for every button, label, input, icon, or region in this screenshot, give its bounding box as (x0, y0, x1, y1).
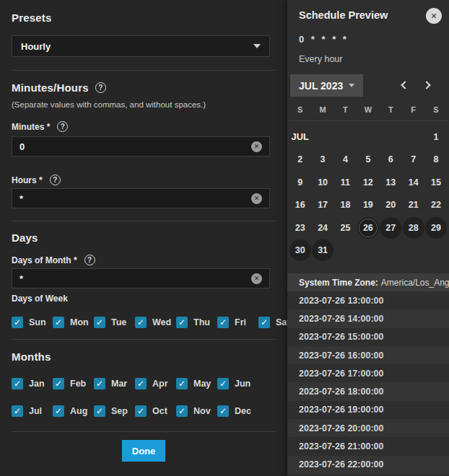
system-timezone-row: System Time Zone: America/Los_Angeles (287, 273, 449, 291)
calendar-date: 24 (312, 217, 334, 239)
month-checkbox-label: Aug (70, 406, 87, 416)
month-checkbox-dec[interactable]: ✓Dec (217, 405, 258, 417)
weekday-checkbox-label: Mon (70, 317, 89, 327)
weekday-checkbox-sat[interactable]: ✓Sat (258, 317, 287, 328)
weekday-checkbox-row: ✓Sun✓Mon✓Tue✓Wed✓Thu✓Fri✓Sat (12, 317, 276, 328)
calendar-day-header: T (380, 105, 402, 114)
calendar-date: 18 (334, 194, 356, 216)
help-icon[interactable]: ? (57, 121, 68, 132)
calendar-date-cell: 28 (402, 217, 424, 239)
calendar-date-cell: 11 (334, 172, 357, 193)
month-checkbox-may[interactable]: ✓May (176, 378, 217, 389)
month-checkbox-label: Jul (29, 406, 42, 416)
calendar-date-cell: 10 (311, 172, 334, 193)
scheduled-time-row: 2023-07-26 20:00:00 (287, 419, 449, 437)
clear-icon[interactable]: ✕ (251, 141, 262, 152)
minutes-label: Minutes * (12, 122, 50, 132)
month-checkbox-sep[interactable]: ✓Sep (94, 405, 135, 417)
checkbox-checked-icon: ✓ (217, 378, 229, 389)
minutes-hours-heading: Minutes/Hours (12, 81, 89, 94)
checkbox-checked-icon: ✓ (176, 317, 188, 328)
month-selector-button[interactable]: JUL 2023 (290, 74, 363, 97)
help-icon[interactable]: ? (50, 175, 61, 185)
calendar-date: 25 (334, 217, 356, 239)
weekday-checkbox-tue[interactable]: ✓Tue (94, 317, 135, 328)
chevron-right-icon (422, 81, 430, 89)
weekday-checkbox-label: Sun (29, 317, 46, 327)
hours-input-value: * (19, 193, 251, 204)
weekday-checkbox-fri[interactable]: ✓Fri (217, 317, 258, 328)
clear-icon[interactable]: ✕ (251, 273, 262, 284)
calendar-date: 13 (380, 172, 401, 193)
calendar-week-row: 3031 (289, 239, 448, 263)
calendar-date: 11 (334, 172, 356, 193)
days-of-month-label: Days of Month * (12, 255, 77, 265)
months-heading: Months (12, 351, 276, 363)
month-checkbox-jan[interactable]: ✓Jan (12, 378, 53, 389)
month-checkbox-mar[interactable]: ✓Mar (94, 378, 135, 389)
month-checkbox-label: Jan (29, 379, 45, 389)
calendar-date: 28 (403, 217, 424, 239)
month-checkbox-feb[interactable]: ✓Feb (53, 378, 94, 389)
cron-scheduler-dialog: Presets Hourly Minutes/Hours ? (Separate… (0, 0, 449, 476)
calendar-day-header: W (357, 105, 379, 114)
calendar-month-label: JUL (289, 131, 311, 142)
checkbox-checked-icon: ✓ (12, 405, 23, 417)
days-heading: Days (12, 232, 276, 244)
scheduled-time-row: 2023-07-26 15:00:00 (287, 328, 449, 346)
help-icon[interactable]: ? (84, 255, 95, 265)
calendar-date-cell: 30 (289, 239, 311, 261)
weekday-checkbox-mon[interactable]: ✓Mon (53, 317, 94, 328)
calendar-date-cell: 26 (357, 217, 379, 239)
next-month-button[interactable] (416, 75, 437, 97)
calendar-date-cell: 16 (289, 194, 311, 216)
month-checkbox-nov[interactable]: ✓Nov (176, 405, 217, 417)
hours-input[interactable]: * ✕ (12, 188, 270, 208)
calendar-day-header: T (334, 105, 357, 114)
divider (12, 221, 276, 221)
previous-month-button[interactable] (394, 75, 416, 97)
calendar-date: 14 (403, 172, 424, 193)
help-icon[interactable]: ? (95, 82, 106, 93)
close-icon[interactable]: ✕ (426, 8, 442, 24)
checkbox-checked-icon: ✓ (94, 317, 105, 328)
month-checkbox-jun[interactable]: ✓Jun (217, 378, 258, 389)
checkbox-checked-icon: ✓ (176, 378, 188, 389)
weekday-checkbox-label: Tue (111, 317, 126, 327)
month-checkbox-jul[interactable]: ✓Jul (12, 405, 53, 417)
chevron-down-icon (253, 44, 261, 48)
calendar-date-cell: 29 (424, 217, 447, 239)
done-button[interactable]: Done (122, 440, 165, 462)
clear-icon[interactable]: ✕ (251, 193, 262, 204)
month-selector-label: JUL 2023 (299, 80, 343, 92)
checkbox-checked-icon: ✓ (135, 405, 147, 417)
calendar-date-cell: 23 (289, 217, 311, 239)
chevron-left-icon (401, 81, 409, 89)
calendar-date: 15 (425, 172, 447, 193)
month-checkbox-oct[interactable]: ✓Oct (135, 405, 176, 417)
scheduled-time-row: 2023-07-26 18:00:00 (287, 382, 449, 400)
calendar: SMTWTFS JUL12345678910111213141516171819… (287, 105, 449, 262)
calendar-date-cell: 21 (402, 194, 424, 216)
minutes-input[interactable]: 0 ✕ (12, 136, 270, 157)
cron-expression: 0 * * * * (287, 34, 449, 45)
presets-select[interactable]: Hourly (12, 35, 270, 57)
weekday-checkbox-sun[interactable]: ✓Sun (12, 317, 53, 328)
timezone-label: System Time Zone: (299, 278, 378, 288)
days-of-month-input[interactable]: * ✕ (12, 268, 270, 288)
calendar-date: 30 (289, 239, 311, 261)
calendar-date: 29 (425, 217, 447, 239)
hours-label: Hours * (12, 175, 43, 185)
weekday-checkbox-wed[interactable]: ✓Wed (135, 317, 176, 328)
calendar-date-cell: 9 (289, 172, 311, 193)
weekday-checkbox-thu[interactable]: ✓Thu (176, 317, 217, 328)
calendar-date-cell: 13 (380, 172, 402, 193)
month-checkbox-apr[interactable]: ✓Apr (135, 378, 176, 389)
calendar-date: 2 (289, 149, 311, 170)
checkbox-checked-icon: ✓ (12, 317, 23, 328)
month-checkbox-label: Oct (152, 406, 167, 416)
month-checkbox-aug[interactable]: ✓Aug (53, 405, 94, 417)
chevron-down-icon (349, 84, 354, 87)
schedule-preview-panel: Schedule Preview ✕ 0 * * * * Every hour … (287, 0, 449, 476)
calendar-date: 21 (403, 194, 424, 216)
